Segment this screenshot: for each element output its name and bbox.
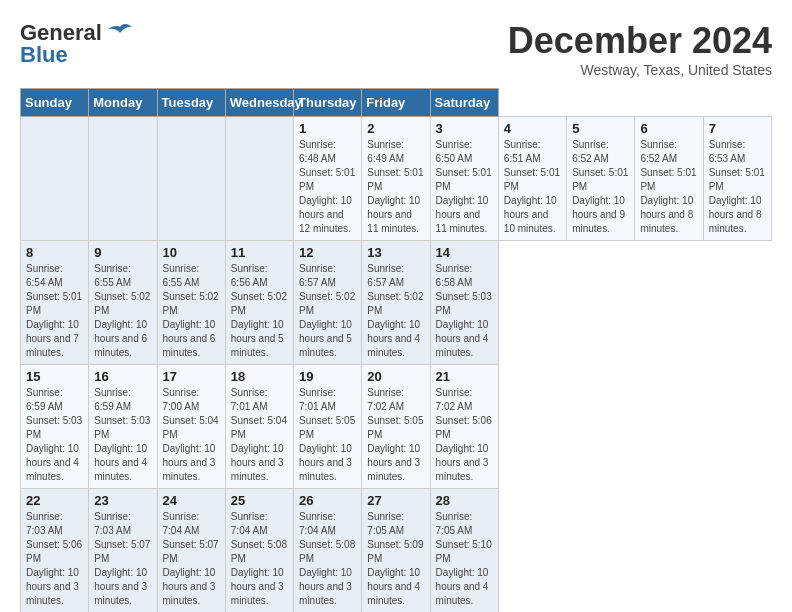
day-number: 10	[163, 245, 220, 260]
day-info: Sunrise: 6:52 AMSunset: 5:01 PMDaylight:…	[572, 138, 629, 236]
calendar-week-row: 15Sunrise: 6:59 AMSunset: 5:03 PMDayligh…	[21, 365, 772, 489]
day-info: Sunrise: 6:58 AMSunset: 5:03 PMDaylight:…	[436, 262, 493, 360]
calendar-cell: 18Sunrise: 7:01 AMSunset: 5:04 PMDayligh…	[225, 365, 293, 489]
day-info: Sunrise: 6:52 AMSunset: 5:01 PMDaylight:…	[640, 138, 697, 236]
calendar-cell: 10Sunrise: 6:55 AMSunset: 5:02 PMDayligh…	[157, 241, 225, 365]
day-number: 23	[94, 493, 151, 508]
calendar-cell: 17Sunrise: 7:00 AMSunset: 5:04 PMDayligh…	[157, 365, 225, 489]
day-info: Sunrise: 7:00 AMSunset: 5:04 PMDaylight:…	[163, 386, 220, 484]
calendar-cell: 27Sunrise: 7:05 AMSunset: 5:09 PMDayligh…	[362, 489, 430, 613]
header-thursday: Thursday	[294, 89, 362, 117]
day-info: Sunrise: 6:56 AMSunset: 5:02 PMDaylight:…	[231, 262, 288, 360]
day-info: Sunrise: 7:04 AMSunset: 5:08 PMDaylight:…	[231, 510, 288, 608]
calendar-cell	[21, 117, 89, 241]
calendar-cell: 8Sunrise: 6:54 AMSunset: 5:01 PMDaylight…	[21, 241, 89, 365]
day-info: Sunrise: 7:03 AMSunset: 5:07 PMDaylight:…	[94, 510, 151, 608]
day-info: Sunrise: 6:55 AMSunset: 5:02 PMDaylight:…	[94, 262, 151, 360]
day-number: 18	[231, 369, 288, 384]
calendar-table: SundayMondayTuesdayWednesdayThursdayFrid…	[20, 88, 772, 612]
calendar-cell: 12Sunrise: 6:57 AMSunset: 5:02 PMDayligh…	[294, 241, 362, 365]
calendar-cell: 19Sunrise: 7:01 AMSunset: 5:05 PMDayligh…	[294, 365, 362, 489]
day-info: Sunrise: 7:03 AMSunset: 5:06 PMDaylight:…	[26, 510, 83, 608]
calendar-cell: 11Sunrise: 6:56 AMSunset: 5:02 PMDayligh…	[225, 241, 293, 365]
day-number: 28	[436, 493, 493, 508]
day-number: 5	[572, 121, 629, 136]
calendar-cell: 7Sunrise: 6:53 AMSunset: 5:01 PMDaylight…	[703, 117, 771, 241]
day-info: Sunrise: 7:01 AMSunset: 5:05 PMDaylight:…	[299, 386, 356, 484]
day-number: 14	[436, 245, 493, 260]
calendar-cell: 22Sunrise: 7:03 AMSunset: 5:06 PMDayligh…	[21, 489, 89, 613]
day-number: 1	[299, 121, 356, 136]
day-number: 17	[163, 369, 220, 384]
calendar-cell: 1Sunrise: 6:48 AMSunset: 5:01 PMDaylight…	[294, 117, 362, 241]
calendar-week-row: 1Sunrise: 6:48 AMSunset: 5:01 PMDaylight…	[21, 117, 772, 241]
calendar-cell: 28Sunrise: 7:05 AMSunset: 5:10 PMDayligh…	[430, 489, 498, 613]
calendar-cell: 26Sunrise: 7:04 AMSunset: 5:08 PMDayligh…	[294, 489, 362, 613]
calendar-header-row: SundayMondayTuesdayWednesdayThursdayFrid…	[21, 89, 772, 117]
calendar-cell: 14Sunrise: 6:58 AMSunset: 5:03 PMDayligh…	[430, 241, 498, 365]
day-number: 2	[367, 121, 424, 136]
day-number: 13	[367, 245, 424, 260]
header-friday: Friday	[362, 89, 430, 117]
day-number: 27	[367, 493, 424, 508]
day-info: Sunrise: 6:51 AMSunset: 5:01 PMDaylight:…	[504, 138, 561, 236]
day-info: Sunrise: 7:02 AMSunset: 5:06 PMDaylight:…	[436, 386, 493, 484]
calendar-week-row: 22Sunrise: 7:03 AMSunset: 5:06 PMDayligh…	[21, 489, 772, 613]
day-info: Sunrise: 7:04 AMSunset: 5:07 PMDaylight:…	[163, 510, 220, 608]
calendar-cell: 21Sunrise: 7:02 AMSunset: 5:06 PMDayligh…	[430, 365, 498, 489]
day-number: 11	[231, 245, 288, 260]
header-wednesday: Wednesday	[225, 89, 293, 117]
calendar-cell	[89, 117, 157, 241]
header-tuesday: Tuesday	[157, 89, 225, 117]
day-number: 22	[26, 493, 83, 508]
day-info: Sunrise: 7:04 AMSunset: 5:08 PMDaylight:…	[299, 510, 356, 608]
day-number: 16	[94, 369, 151, 384]
calendar-cell: 2Sunrise: 6:49 AMSunset: 5:01 PMDaylight…	[362, 117, 430, 241]
day-info: Sunrise: 7:05 AMSunset: 5:10 PMDaylight:…	[436, 510, 493, 608]
calendar-cell: 9Sunrise: 6:55 AMSunset: 5:02 PMDaylight…	[89, 241, 157, 365]
day-info: Sunrise: 6:53 AMSunset: 5:01 PMDaylight:…	[709, 138, 766, 236]
calendar-cell: 13Sunrise: 6:57 AMSunset: 5:02 PMDayligh…	[362, 241, 430, 365]
day-number: 21	[436, 369, 493, 384]
calendar-cell: 16Sunrise: 6:59 AMSunset: 5:03 PMDayligh…	[89, 365, 157, 489]
calendar-week-row: 8Sunrise: 6:54 AMSunset: 5:01 PMDaylight…	[21, 241, 772, 365]
day-info: Sunrise: 6:50 AMSunset: 5:01 PMDaylight:…	[436, 138, 493, 236]
day-number: 19	[299, 369, 356, 384]
day-info: Sunrise: 6:59 AMSunset: 5:03 PMDaylight:…	[26, 386, 83, 484]
day-number: 24	[163, 493, 220, 508]
calendar-cell: 20Sunrise: 7:02 AMSunset: 5:05 PMDayligh…	[362, 365, 430, 489]
day-info: Sunrise: 6:54 AMSunset: 5:01 PMDaylight:…	[26, 262, 83, 360]
day-number: 4	[504, 121, 561, 136]
logo-blue: Blue	[20, 42, 68, 68]
day-number: 6	[640, 121, 697, 136]
calendar-cell: 23Sunrise: 7:03 AMSunset: 5:07 PMDayligh…	[89, 489, 157, 613]
page-header: General Blue December 2024 Westway, Texa…	[20, 20, 772, 78]
location: Westway, Texas, United States	[508, 62, 772, 78]
month-title: December 2024	[508, 20, 772, 62]
day-number: 25	[231, 493, 288, 508]
logo-bird-icon	[106, 23, 134, 43]
day-number: 12	[299, 245, 356, 260]
calendar-cell: 15Sunrise: 6:59 AMSunset: 5:03 PMDayligh…	[21, 365, 89, 489]
calendar-cell	[157, 117, 225, 241]
day-number: 9	[94, 245, 151, 260]
calendar-cell: 5Sunrise: 6:52 AMSunset: 5:01 PMDaylight…	[567, 117, 635, 241]
day-info: Sunrise: 6:55 AMSunset: 5:02 PMDaylight:…	[163, 262, 220, 360]
calendar-cell: 3Sunrise: 6:50 AMSunset: 5:01 PMDaylight…	[430, 117, 498, 241]
day-info: Sunrise: 6:57 AMSunset: 5:02 PMDaylight:…	[367, 262, 424, 360]
day-number: 8	[26, 245, 83, 260]
day-info: Sunrise: 6:48 AMSunset: 5:01 PMDaylight:…	[299, 138, 356, 236]
header-saturday: Saturday	[430, 89, 498, 117]
calendar-cell: 24Sunrise: 7:04 AMSunset: 5:07 PMDayligh…	[157, 489, 225, 613]
calendar-cell: 6Sunrise: 6:52 AMSunset: 5:01 PMDaylight…	[635, 117, 703, 241]
calendar-cell: 25Sunrise: 7:04 AMSunset: 5:08 PMDayligh…	[225, 489, 293, 613]
day-number: 20	[367, 369, 424, 384]
calendar-cell: 4Sunrise: 6:51 AMSunset: 5:01 PMDaylight…	[498, 117, 566, 241]
day-number: 26	[299, 493, 356, 508]
day-info: Sunrise: 7:01 AMSunset: 5:04 PMDaylight:…	[231, 386, 288, 484]
title-area: December 2024 Westway, Texas, United Sta…	[508, 20, 772, 78]
day-info: Sunrise: 7:02 AMSunset: 5:05 PMDaylight:…	[367, 386, 424, 484]
logo: General Blue	[20, 20, 134, 68]
day-info: Sunrise: 6:49 AMSunset: 5:01 PMDaylight:…	[367, 138, 424, 236]
day-number: 15	[26, 369, 83, 384]
